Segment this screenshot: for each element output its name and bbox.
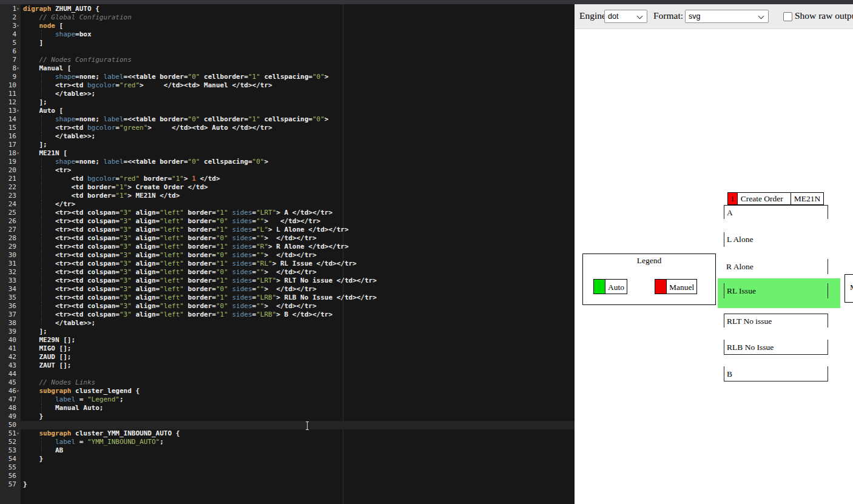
- code-line[interactable]: ZAUD [];: [23, 353, 71, 361]
- code-line[interactable]: // Nodes Links: [23, 378, 95, 387]
- code-line[interactable]: <td bgcolor="red" border="1"> 1 </td>: [23, 175, 220, 183]
- code-line[interactable]: <tr><td colspan="3" align="left" border=…: [23, 302, 317, 311]
- code-line[interactable]: ZAUT [];: [23, 361, 71, 370]
- partial-node: M: [845, 274, 853, 303]
- code-line[interactable]: <tr><td bgcolor="red"> </td><td> Manuel …: [23, 81, 272, 90]
- fold-caret-icon[interactable]: ▾: [16, 387, 19, 395]
- indent-guide: [41, 446, 42, 455]
- line-number: 37: [8, 311, 16, 319]
- code-line[interactable]: </table>>;: [23, 132, 95, 141]
- header-cell-order: Create Order: [737, 192, 791, 205]
- indent-guide: [41, 404, 42, 412]
- output-toolbar: Engine: dot Format: svg Show raw output: [575, 4, 853, 29]
- code-line[interactable]: <tr><td bgcolor="green"> </td><td> Auto …: [23, 124, 272, 132]
- code-line[interactable]: Auto [: [23, 107, 63, 115]
- code-line[interactable]: }: [23, 455, 43, 463]
- indent-guide: [41, 234, 42, 243]
- indent-guide: [41, 166, 42, 175]
- row-label: RL Issue: [727, 286, 756, 295]
- code-line[interactable]: </tr>: [23, 200, 75, 209]
- legend-manuel-label: Manuel: [666, 279, 697, 294]
- code-line[interactable]: subgraph cluster_legend {: [23, 387, 140, 395]
- code-line[interactable]: ME21N [: [23, 149, 67, 158]
- indent-guide: [41, 226, 42, 234]
- fold-caret-icon[interactable]: ▾: [16, 107, 19, 115]
- code-line[interactable]: Manual Auto;: [23, 404, 103, 412]
- red-color-swatch: [655, 279, 667, 294]
- code-line[interactable]: subgraph cluster_YMM_INBOUND_AUTO {: [23, 429, 180, 438]
- code-line[interactable]: ];: [23, 141, 47, 149]
- row-label: RLT No issue: [727, 317, 772, 326]
- format-select[interactable]: svg: [685, 10, 769, 23]
- legend-title: Legend: [583, 256, 715, 266]
- code-line[interactable]: <tr><td colspan="3" align="left" border=…: [23, 209, 332, 217]
- code-line[interactable]: </table>>;: [23, 90, 95, 98]
- line-number: 14: [8, 115, 16, 124]
- indent-guide: [41, 81, 42, 90]
- code-line[interactable]: </table>>;: [23, 319, 95, 328]
- code-line[interactable]: shape=none; label=<<table border="0" cel…: [23, 115, 328, 124]
- row-label: B: [727, 369, 732, 378]
- raw-output-checkbox[interactable]: [783, 12, 792, 21]
- line-number: 28: [8, 234, 16, 243]
- code-line[interactable]: <tr><td colspan="3" align="left" border=…: [23, 285, 317, 294]
- code-line[interactable]: shape=box: [23, 30, 92, 39]
- code-line[interactable]: ];: [23, 98, 47, 107]
- code-line[interactable]: <tr><td colspan="3" align="left" border=…: [23, 311, 332, 319]
- code-area[interactable]: digraph ZHUM_AUTO { // Global Configurat…: [21, 4, 575, 504]
- code-line[interactable]: shape=none; label=<<table border="0" cel…: [23, 158, 268, 166]
- code-line[interactable]: <td border="1"> Create Order </td>: [23, 183, 208, 192]
- line-number: 11: [8, 90, 16, 98]
- line-number: 3: [12, 22, 16, 30]
- table-row-rlt-no-issue: RLT No issue: [724, 314, 828, 328]
- code-line[interactable]: <tr><td colspan="3" align="left" border=…: [23, 217, 320, 226]
- code-line[interactable]: shape=none; label=<<table border="0" cel…: [23, 73, 328, 81]
- code-line[interactable]: node [: [23, 22, 63, 30]
- indent-guide: [41, 124, 42, 132]
- fold-caret-icon[interactable]: ▾: [16, 149, 19, 158]
- code-line[interactable]: Manual [: [23, 64, 71, 73]
- line-number: 33: [8, 277, 16, 285]
- code-line[interactable]: ME29N [];: [23, 336, 75, 344]
- code-line[interactable]: // Global Configuration: [23, 13, 132, 22]
- fold-caret-icon[interactable]: ▾: [16, 22, 19, 30]
- code-line[interactable]: digraph ZHUM_AUTO {: [23, 5, 99, 13]
- code-line[interactable]: <tr><td colspan="3" align="left" border=…: [23, 277, 377, 285]
- line-number: 16: [8, 132, 16, 141]
- engine-select[interactable]: dot: [604, 10, 647, 23]
- code-editor-pane[interactable]: 1▾23▾45678▾910111213▾1415161718▾19202122…: [0, 4, 575, 504]
- code-line[interactable]: }: [23, 412, 43, 421]
- code-line[interactable]: <tr><td colspan="3" align="left" border=…: [23, 226, 349, 234]
- table-row-rl-issue: RL Issue: [724, 283, 828, 298]
- code-line[interactable]: <tr>: [23, 166, 71, 175]
- indent-guide: [41, 90, 42, 98]
- row-label: RLB No Issue: [727, 343, 774, 352]
- legend-node-auto: Auto: [593, 279, 627, 294]
- fold-caret-icon[interactable]: ▾: [16, 5, 19, 13]
- indent-guide: [41, 319, 42, 328]
- code-line[interactable]: <tr><td colspan="3" align="left" border=…: [23, 268, 317, 277]
- code-line[interactable]: MIGO [];: [23, 344, 71, 353]
- fold-caret-icon[interactable]: ▾: [16, 429, 19, 438]
- code-line[interactable]: // Nodes Configurations: [23, 56, 132, 64]
- code-line[interactable]: label = "Legend";: [23, 395, 124, 404]
- code-line[interactable]: ];: [23, 328, 47, 336]
- code-line[interactable]: <tr><td colspan="3" align="left" border=…: [23, 260, 357, 268]
- table-row-r-alone: R Alone: [724, 259, 828, 274]
- line-number: 39: [8, 328, 16, 336]
- code-line[interactable]: <tr><td colspan="3" align="left" border=…: [23, 294, 377, 302]
- code-line[interactable]: }: [23, 480, 27, 489]
- code-line[interactable]: <tr><td colspan="3" align="left" border=…: [23, 234, 317, 243]
- indent-guide: [41, 30, 42, 39]
- code-line[interactable]: AB: [23, 446, 63, 455]
- code-line[interactable]: <td border="1"> ME21N </td>: [23, 192, 180, 200]
- active-line-highlight: [21, 421, 575, 429]
- indent-guide: [41, 132, 42, 141]
- code-line[interactable]: <tr><td colspan="3" align="left" border=…: [23, 243, 349, 251]
- fold-caret-icon[interactable]: ▾: [16, 64, 19, 73]
- code-line[interactable]: <tr><td colspan="3" align="left" border=…: [23, 251, 317, 260]
- table-row-a: A: [724, 205, 828, 219]
- indent-guide: [41, 183, 42, 192]
- code-line[interactable]: label = "YMM_INBOUND_AUTO";: [23, 438, 164, 446]
- code-line[interactable]: ]: [23, 39, 43, 47]
